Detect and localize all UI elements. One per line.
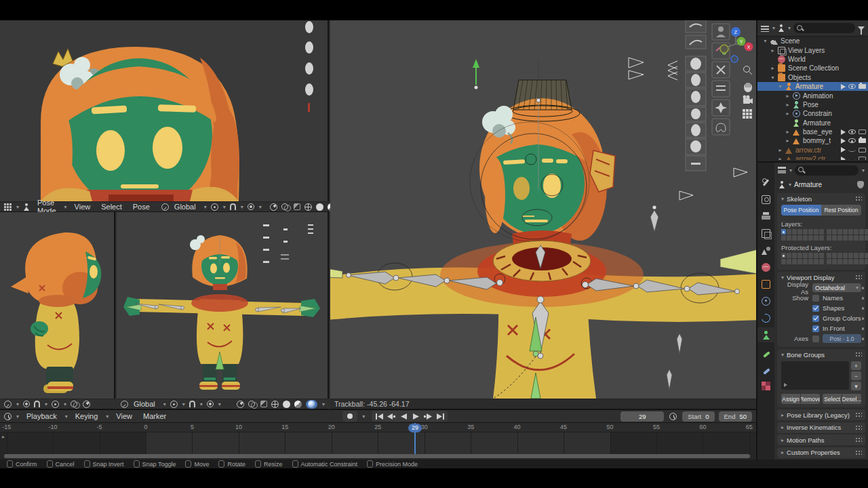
- outliner-row-world[interactable]: World: [757, 55, 868, 64]
- jump-to-start-button[interactable]: [374, 411, 384, 421]
- panel-grip-icon[interactable]: [855, 450, 862, 455]
- layer-cell[interactable]: [819, 235, 824, 241]
- deselect-button[interactable]: Desel...: [842, 394, 861, 404]
- snap-icon[interactable]: [230, 203, 236, 210]
- properties-tab-data[interactable]: [757, 327, 774, 342]
- viewport-front-face[interactable]: [0, 20, 329, 201]
- layer-cell[interactable]: [827, 259, 831, 264]
- frame-end-field[interactable]: End50: [719, 411, 752, 422]
- layer-cell[interactable]: [865, 253, 868, 258]
- properties-search-input[interactable]: [795, 165, 859, 176]
- outliner-display-mode-icon[interactable]: [761, 25, 769, 32]
- properties-tab-constraints[interactable]: [757, 293, 774, 308]
- editor-type-icon[interactable]: [4, 203, 12, 211]
- menu-select[interactable]: Select: [98, 202, 125, 211]
- bone-groups-specials-button[interactable]: ▾: [851, 382, 861, 390]
- frame-start-field[interactable]: Start0: [682, 411, 714, 422]
- properties-tab-world[interactable]: [757, 260, 774, 274]
- selectable-cursor-icon[interactable]: [841, 147, 846, 152]
- layer-cell[interactable]: [787, 229, 791, 235]
- shading-rendered-active[interactable]: [306, 400, 317, 409]
- layer-cell[interactable]: [843, 235, 848, 241]
- overlays-toggle-icon[interactable]: [248, 401, 256, 407]
- outliner-row-view-layers[interactable]: ▸View Layers: [757, 45, 868, 54]
- current-frame-field[interactable]: 29: [620, 411, 664, 422]
- expand-caret-icon[interactable]: ▸: [769, 47, 776, 54]
- layer-cell[interactable]: [797, 259, 802, 264]
- rest-position-button[interactable]: Rest Position: [821, 205, 861, 216]
- selectable-cursor-icon[interactable]: [841, 157, 846, 160]
- layer-cell[interactable]: [803, 235, 808, 241]
- properties-tab-physics[interactable]: [757, 310, 774, 325]
- xray-toggle-icon[interactable]: [294, 203, 300, 210]
- panel-grip-icon[interactable]: [855, 425, 862, 430]
- layer-cell[interactable]: [808, 253, 813, 258]
- current-frame-badge[interactable]: 29: [408, 424, 422, 432]
- assign-button[interactable]: Assign: [781, 394, 800, 404]
- outliner-row-armature[interactable]: Armature: [757, 119, 868, 127]
- timeline-scrollbar[interactable]: [4, 454, 750, 458]
- viewport-side-view[interactable]: [0, 212, 115, 399]
- outliner-row-armature[interactable]: ▾Armature: [757, 82, 868, 91]
- animate-dot[interactable]: [862, 297, 865, 300]
- layer-cell[interactable]: [859, 253, 864, 258]
- expand-caret-icon[interactable]: ▸: [769, 65, 776, 71]
- layer-cell[interactable]: [797, 235, 802, 241]
- checkbox-shapes[interactable]: [812, 305, 819, 312]
- layer-cell[interactable]: [843, 259, 848, 264]
- expand-caret-icon[interactable]: ▸: [784, 102, 791, 108]
- add-bone-group-button[interactable]: +: [851, 361, 861, 370]
- layer-cell[interactable]: [787, 253, 791, 258]
- expand-caret-icon[interactable]: ▸: [784, 93, 791, 99]
- next-keyframe-button[interactable]: [422, 411, 433, 421]
- properties-options-icon[interactable]: ▾: [862, 167, 865, 174]
- properties-tab-bone[interactable]: [757, 344, 774, 359]
- breadcrumb-object-name[interactable]: Armature: [794, 181, 822, 188]
- layer-cell[interactable]: [843, 229, 848, 235]
- properties-editor-icon[interactable]: [778, 167, 786, 174]
- menu-keying[interactable]: Keying: [72, 411, 102, 421]
- timeline-keyframe-area[interactable]: ▸: [0, 432, 756, 454]
- render-camera-icon[interactable]: [859, 157, 866, 160]
- panel-bone-groups-header[interactable]: ▾Bone Groups: [777, 349, 865, 360]
- properties-tab-render[interactable]: [757, 192, 774, 207]
- layer-cell[interactable]: [832, 235, 837, 241]
- outliner-row-base-eye[interactable]: ▸base_eye: [757, 127, 868, 136]
- panel-grip-icon[interactable]: [855, 196, 862, 201]
- layer-cell[interactable]: [854, 235, 859, 241]
- panel-grip-icon[interactable]: [855, 352, 862, 357]
- remove-bone-group-button[interactable]: −: [851, 371, 861, 380]
- shading-material-icon[interactable]: [294, 401, 302, 408]
- layer-cell[interactable]: [848, 259, 853, 264]
- outliner-row-scene[interactable]: ▾Scene: [757, 37, 868, 45]
- layer-cell[interactable]: [832, 259, 837, 264]
- menu-pose[interactable]: Pose: [130, 202, 153, 211]
- layer-cell[interactable]: [865, 229, 868, 235]
- filter-icon[interactable]: [858, 26, 865, 30]
- layer-cell[interactable]: [781, 253, 786, 258]
- expand-caret-icon[interactable]: ▾: [776, 83, 784, 89]
- proportional-editing-icon[interactable]: [248, 203, 254, 210]
- display-as-dropdown[interactable]: Octahedral▾: [812, 283, 861, 292]
- jump-to-end-button[interactable]: [435, 411, 446, 421]
- render-camera-icon[interactable]: [859, 84, 866, 89]
- layer-cell[interactable]: [827, 229, 831, 235]
- selectable-cursor-icon[interactable]: [841, 138, 846, 144]
- expand-caret-icon[interactable]: ▸: [776, 147, 784, 153]
- visibility-eye-icon[interactable]: [848, 84, 856, 89]
- shading-wireframe-icon[interactable]: [271, 401, 279, 408]
- overlays-toggle-icon[interactable]: [281, 203, 290, 210]
- shading-wireframe-icon[interactable]: [304, 203, 312, 211]
- layer-cell[interactable]: [814, 259, 818, 264]
- outliner-row-bommy-t[interactable]: ▸bommy_t: [757, 136, 868, 145]
- layer-cell[interactable]: [814, 253, 818, 258]
- panel-pose-library-legacy-[interactable]: ▸Pose Library (Legacy): [777, 409, 865, 420]
- layer-cell[interactable]: [865, 235, 868, 241]
- menu-timeline-view[interactable]: View: [113, 411, 136, 421]
- timeline-editor-icon[interactable]: [4, 413, 12, 420]
- layer-cell[interactable]: [837, 259, 842, 264]
- layer-cell[interactable]: [854, 253, 859, 258]
- layer-cell[interactable]: [819, 253, 824, 258]
- layer-cell[interactable]: [859, 259, 864, 264]
- orientation-selector[interactable]: Global: [132, 399, 159, 409]
